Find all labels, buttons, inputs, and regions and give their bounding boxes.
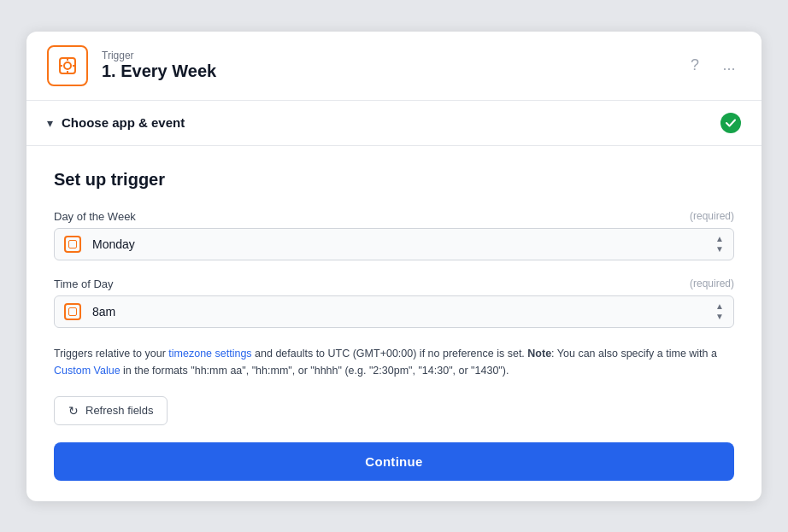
time-required: (required) xyxy=(690,278,734,289)
info-text-3: : You can also specify a time with a xyxy=(551,348,717,360)
header-text: Trigger 1. Every Week xyxy=(102,50,669,81)
section-bar: ▾ Choose app & event xyxy=(26,101,762,146)
trigger-card: Trigger 1. Every Week ? ... ▾ Choose app… xyxy=(26,32,762,501)
time-field-group: Time of Day (required) 12am 1am 2am 3am … xyxy=(54,278,734,328)
header-title: 1. Every Week xyxy=(102,61,669,81)
refresh-icon: ↻ xyxy=(68,404,79,418)
info-text: Triggers relative to your timezone setti… xyxy=(54,345,734,379)
time-select-icon-inner xyxy=(68,307,77,316)
svg-point-1 xyxy=(64,62,71,69)
check-badge xyxy=(720,113,741,133)
day-select-icon xyxy=(64,236,81,253)
help-button[interactable]: ? xyxy=(683,54,707,78)
day-field-label: Day of the Week xyxy=(54,210,136,223)
day-field-group: Day of the Week (required) Monday Tuesda… xyxy=(54,210,734,260)
header: Trigger 1. Every Week ? ... xyxy=(26,32,762,101)
custom-value-link[interactable]: Custom Value xyxy=(54,365,121,377)
time-select-wrapper: 12am 1am 2am 3am 4am 5am 6am 7am 8am 9am… xyxy=(54,295,734,328)
refresh-label: Refresh fields xyxy=(85,404,153,417)
day-select-wrapper: Monday Tuesday Wednesday Thursday Friday… xyxy=(54,228,734,260)
day-field-header: Day of the Week (required) xyxy=(54,210,734,223)
header-actions: ? ... xyxy=(683,54,741,78)
day-required: (required) xyxy=(690,210,734,222)
time-select[interactable]: 12am 1am 2am 3am 4am 5am 6am 7am 8am 9am… xyxy=(54,295,734,328)
trigger-icon xyxy=(47,45,88,86)
info-text-4: in the formats "hh:mm aa", "hh:mm", or "… xyxy=(121,365,509,377)
content-title: Set up trigger xyxy=(54,170,734,190)
time-select-icon xyxy=(64,303,81,320)
chevron-icon[interactable]: ▾ xyxy=(47,116,53,130)
main-content: Set up trigger Day of the Week (required… xyxy=(26,146,762,501)
continue-button[interactable]: Continue xyxy=(54,442,734,481)
info-text-1: Triggers relative to your xyxy=(54,348,168,360)
info-bold: Note xyxy=(527,348,551,360)
day-select[interactable]: Monday Tuesday Wednesday Thursday Friday… xyxy=(54,228,734,260)
timezone-settings-link[interactable]: timezone settings xyxy=(168,348,251,360)
info-text-2: and defaults to UTC (GMT+00:00) if no pr… xyxy=(252,348,528,360)
time-field-header: Time of Day (required) xyxy=(54,278,734,290)
section-bar-label: Choose app & event xyxy=(62,115,712,130)
day-select-icon-inner xyxy=(68,240,77,248)
time-field-label: Time of Day xyxy=(54,278,114,290)
refresh-button[interactable]: ↻ Refresh fields xyxy=(54,396,168,425)
more-button[interactable]: ... xyxy=(717,54,741,78)
header-label: Trigger xyxy=(102,50,669,61)
